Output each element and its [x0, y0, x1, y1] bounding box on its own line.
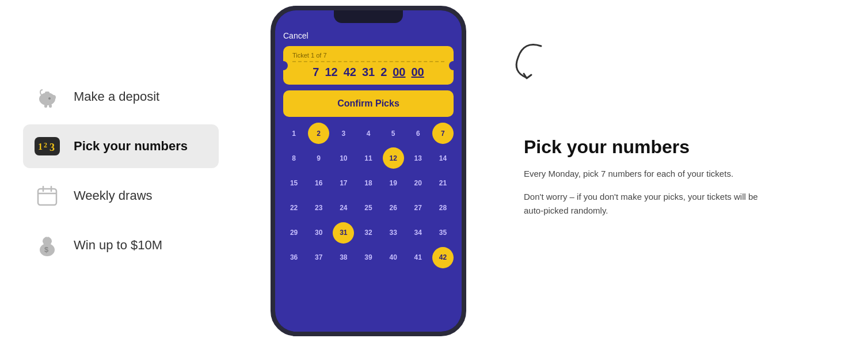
num-cell-23[interactable]: 23	[308, 197, 329, 218]
num-cell-22[interactable]: 22	[283, 197, 304, 218]
num-cell-39[interactable]: 39	[357, 247, 379, 268]
num-cell-26[interactable]: 26	[383, 197, 404, 218]
phone-screen: Cancel Ticket 1 of 7 7 12 42 31 2 00 00 …	[275, 10, 462, 332]
svg-text:2: 2	[44, 141, 47, 149]
num-cell-10[interactable]: 10	[333, 147, 354, 169]
info-paragraph-2: Don't worry – if you don't make your pic…	[524, 190, 766, 218]
cancel-button[interactable]: Cancel	[283, 31, 454, 40]
ticket-num-placeholder-2: 00	[412, 66, 424, 79]
num-cell-9[interactable]: 9	[308, 147, 329, 169]
num-cell-29[interactable]: 29	[283, 222, 304, 244]
ticket-num-1: 7	[313, 66, 319, 79]
num-cell-16[interactable]: 16	[308, 172, 329, 193]
num-cell-28[interactable]: 28	[432, 197, 454, 218]
ticket-num-4: 31	[362, 66, 375, 79]
ticket-notch-right	[449, 61, 458, 70]
num-cell-20[interactable]: 20	[408, 172, 429, 193]
svg-rect-2	[45, 92, 50, 94]
num-cell-4[interactable]: 4	[357, 123, 379, 144]
ticket-numbers: 7 12 42 31 2 00 00	[292, 66, 444, 79]
phone-device: Cancel Ticket 1 of 7 7 12 42 31 2 00 00 …	[271, 6, 466, 336]
num-cell-40[interactable]: 40	[383, 247, 404, 268]
ticket-num-5: 2	[380, 66, 387, 79]
calendar-icon	[32, 181, 62, 211]
arrow-decoration	[501, 35, 553, 86]
info-body: Every Monday, pick 7 numbers for each of…	[524, 167, 766, 218]
sidebar-item-pick-numbers[interactable]: 1 2 3 Pick your numbers	[23, 124, 219, 168]
num-cell-14[interactable]: 14	[432, 147, 454, 169]
num-cell-25[interactable]: 25	[357, 197, 379, 218]
ticket: Ticket 1 of 7 7 12 42 31 2 00 00	[283, 46, 454, 85]
ticket-label: Ticket 1 of 7	[292, 52, 444, 59]
svg-text:1: 1	[38, 142, 43, 151]
num-cell-32[interactable]: 32	[357, 222, 379, 244]
info-section: Pick your numbers Every Monday, pick 7 n…	[495, 0, 868, 342]
money-bag-icon: $	[32, 230, 62, 260]
num-cell-37[interactable]: 37	[308, 247, 329, 268]
num-cell-35[interactable]: 35	[432, 222, 454, 244]
num-cell-15[interactable]: 15	[283, 172, 304, 193]
ticket-notch-left	[279, 61, 288, 70]
svg-text:$: $	[44, 245, 49, 254]
num-cell-1[interactable]: 1	[283, 123, 304, 144]
phone-section: Cancel Ticket 1 of 7 7 12 42 31 2 00 00 …	[242, 0, 495, 342]
sidebar-item-pick-numbers-label: Pick your numbers	[74, 139, 188, 154]
piggy-bank-icon	[32, 82, 62, 112]
sidebar-item-weekly-draws-label: Weekly draws	[74, 188, 153, 203]
sidebar-item-deposit-label: Make a deposit	[74, 89, 159, 104]
num-cell-12[interactable]: 12	[383, 147, 404, 169]
num-cell-42[interactable]: 42	[432, 247, 454, 268]
num-cell-33[interactable]: 33	[383, 222, 404, 244]
num-cell-30[interactable]: 30	[308, 222, 329, 244]
num-cell-41[interactable]: 41	[408, 247, 429, 268]
num-cell-6[interactable]: 6	[408, 123, 429, 144]
svg-point-3	[48, 97, 51, 100]
num-cell-38[interactable]: 38	[333, 247, 354, 268]
svg-rect-5	[49, 104, 52, 108]
num-cell-19[interactable]: 19	[383, 172, 404, 193]
ticket-num-3: 42	[344, 66, 356, 79]
sidebar-item-win-label: Win up to $10M	[74, 238, 162, 253]
svg-rect-4	[44, 104, 47, 108]
num-cell-34[interactable]: 34	[408, 222, 429, 244]
sidebar-item-win[interactable]: $ Win up to $10M	[23, 223, 219, 267]
num-cell-11[interactable]: 11	[357, 147, 379, 169]
phone-notch	[334, 10, 403, 23]
confirm-picks-button[interactable]: Confirm Picks	[283, 90, 454, 117]
num-cell-18[interactable]: 18	[357, 172, 379, 193]
sidebar: Make a deposit 1 2 3 Pick your numbers W…	[0, 0, 242, 342]
num-cell-5[interactable]: 5	[383, 123, 404, 144]
num-cell-7[interactable]: 7	[432, 123, 454, 144]
num-cell-27[interactable]: 27	[408, 197, 429, 218]
num-cell-3[interactable]: 3	[333, 123, 354, 144]
num-cell-21[interactable]: 21	[432, 172, 454, 193]
num-cell-31[interactable]: 31	[333, 222, 354, 244]
ticket-num-placeholder-1: 00	[393, 66, 405, 79]
info-title: Pick your numbers	[524, 136, 839, 158]
ticket-num-2: 12	[325, 66, 337, 79]
number-grid: 1234567891011121314151617181920212223242…	[283, 123, 454, 268]
svg-text:3: 3	[50, 142, 55, 153]
sidebar-item-weekly-draws[interactable]: Weekly draws	[23, 174, 219, 218]
sidebar-item-deposit[interactable]: Make a deposit	[23, 75, 219, 119]
num-cell-2[interactable]: 2	[308, 123, 329, 144]
ticket-divider	[292, 61, 444, 62]
svg-rect-10	[38, 189, 56, 205]
num-cell-17[interactable]: 17	[333, 172, 354, 193]
numbers-icon: 1 2 3	[32, 131, 62, 161]
num-cell-36[interactable]: 36	[283, 247, 304, 268]
num-cell-24[interactable]: 24	[333, 197, 354, 218]
num-cell-8[interactable]: 8	[283, 147, 304, 169]
svg-point-1	[51, 95, 56, 100]
num-cell-13[interactable]: 13	[408, 147, 429, 169]
info-paragraph-1: Every Monday, pick 7 numbers for each of…	[524, 167, 766, 181]
